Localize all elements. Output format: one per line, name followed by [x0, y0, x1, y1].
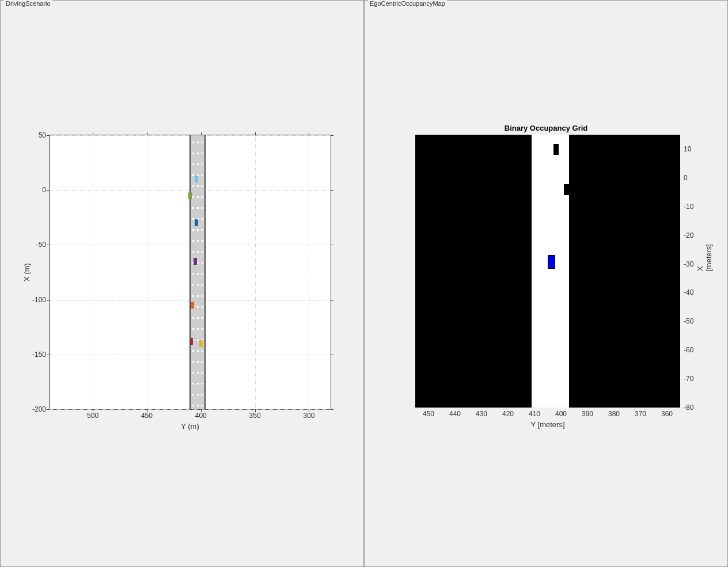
occupancy-grid-axes[interactable]: X [meters] Y [meters] 100-10-20-30-40-50… [415, 135, 680, 408]
right-xtick: 390 [582, 408, 593, 418]
right-ytick: 10 [680, 145, 691, 153]
vehicle-marker [188, 192, 192, 199]
right-ytick: 0 [680, 174, 688, 182]
figure-container: DrivingScenario X (m) Y (m) 500-50-100-1… [0, 0, 728, 567]
left-ytick: -150 [32, 351, 50, 359]
left-ytick: 50 [39, 131, 50, 139]
left-ytick: 0 [42, 186, 50, 194]
vehicle-marker [189, 338, 193, 345]
right-ytick: -60 [680, 346, 693, 354]
vehicle-marker [195, 219, 198, 226]
left-xtick: 350 [249, 409, 261, 420]
right-xtick: 380 [608, 408, 620, 418]
vehicle-marker [191, 302, 194, 309]
panel-driving-scenario: DrivingScenario X (m) Y (m) 500-50-100-1… [0, 0, 364, 567]
left-xtick: 400 [195, 409, 207, 420]
left-xtick: 500 [87, 409, 98, 420]
free-space-corridor [532, 135, 568, 408]
right-xtick: 370 [635, 408, 646, 418]
right-ytick: -50 [680, 317, 693, 325]
right-xtick: 410 [529, 408, 540, 418]
right-xtick: 440 [449, 408, 461, 418]
right-ytick: -80 [680, 404, 693, 412]
right-ylabel: X [meters] [696, 244, 713, 271]
right-xlabel: Y [meters] [530, 420, 564, 429]
right-xtick: 450 [423, 408, 434, 418]
right-ytick: -20 [680, 231, 693, 239]
right-ytick: -10 [680, 203, 693, 211]
right-xtick: 400 [555, 408, 567, 418]
left-ytick: -100 [32, 296, 50, 304]
ego-vehicle [548, 255, 555, 269]
right-xtick: 360 [661, 408, 673, 418]
occupied-cell [553, 144, 559, 155]
right-ytick: -30 [680, 260, 693, 268]
vehicle-marker [199, 340, 203, 347]
vehicle-marker [195, 176, 198, 182]
driving-scenario-axes[interactable]: X (m) Y (m) 500-50-100-150-2005004504003… [49, 135, 331, 410]
right-xtick: 430 [476, 408, 487, 418]
left-xtick: 450 [141, 409, 153, 420]
occupancy-title: Binary Occupancy Grid [505, 124, 588, 132]
left-ytick: -50 [36, 241, 50, 249]
left-xtick: 300 [303, 409, 314, 420]
occupied-cell [564, 184, 569, 195]
panel-label-left: DrivingScenario [4, 0, 52, 7]
left-ytick: -200 [32, 405, 50, 413]
right-ytick: -40 [680, 288, 693, 296]
left-xlabel: Y (m) [181, 422, 199, 431]
vehicle-marker [194, 258, 197, 265]
panel-occupancy-map: EgoCentricOccupancyMap Binary Occupancy … [364, 0, 728, 567]
left-ylabel: X (m) [22, 263, 31, 281]
panel-label-right: EgoCentricOccupancyMap [368, 0, 447, 7]
right-xtick: 420 [502, 408, 514, 418]
right-ytick: -70 [680, 375, 693, 383]
